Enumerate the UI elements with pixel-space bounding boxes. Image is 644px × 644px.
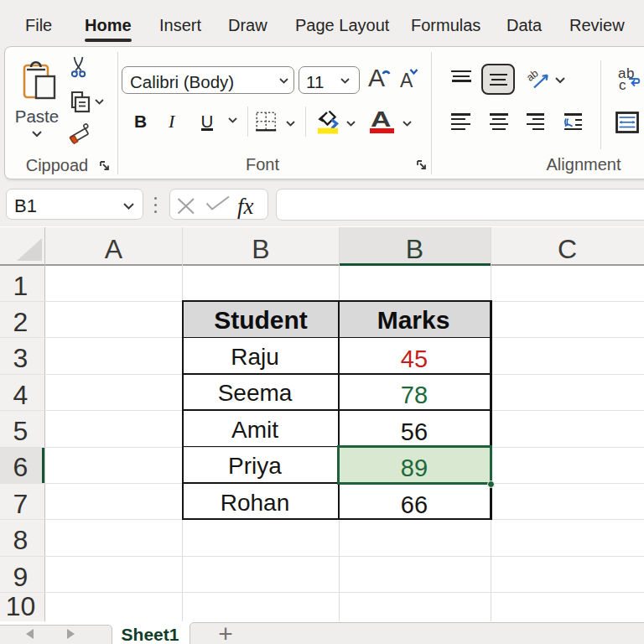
- svg-text:ab: ab: [527, 69, 541, 84]
